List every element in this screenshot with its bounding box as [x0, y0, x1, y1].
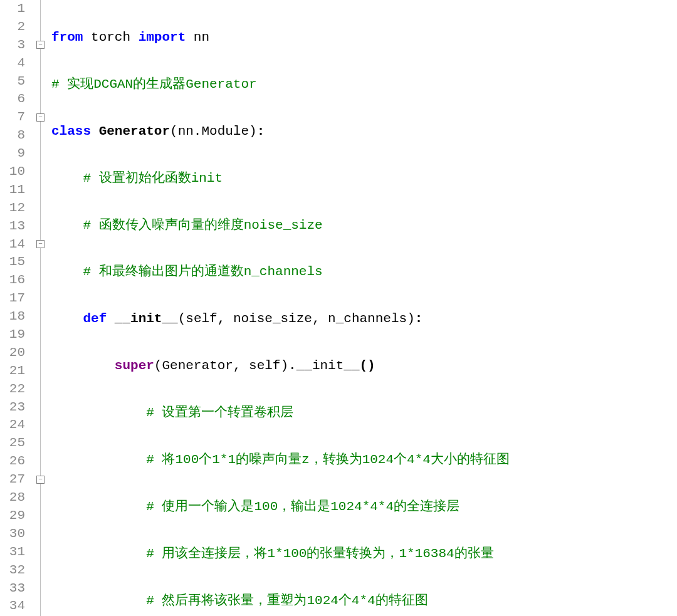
function-name: __init__ [115, 311, 178, 326]
line-number: 32 [0, 561, 25, 580]
fold-column: − − − − [33, 0, 50, 616]
code-area[interactable]: from torch import nn # 实现DCGAN的生成器Genera… [50, 0, 677, 616]
comment: # 和最终输出图片的通道数n_channels [83, 264, 322, 279]
line-number: 14 [0, 236, 25, 254]
comment: # 使用一个输入是100，输出是1024*4*4的全连接层 [146, 499, 459, 514]
line-number: 31 [0, 543, 25, 561]
code-line[interactable]: # 使用一个输入是100，输出是1024*4*4的全连接层 [51, 498, 677, 516]
class-name: Generator [99, 124, 170, 138]
code-line[interactable]: # 设置第一个转置卷积层 [51, 404, 677, 422]
line-number: 4 [0, 55, 25, 73]
import-target: nn [186, 30, 209, 44]
comment: # 函数传入噪声向量的维度noise_size [83, 218, 322, 232]
comment: # 实现DCGAN的生成器Generator [51, 77, 257, 91]
line-number: 16 [0, 271, 25, 290]
line-number: 11 [0, 181, 25, 199]
fold-guide-line [40, 0, 41, 616]
code-line[interactable]: # 函数传入噪声向量的维度noise_size [51, 217, 677, 235]
fold-toggle-icon[interactable]: − [36, 41, 45, 49]
line-number: 30 [0, 525, 25, 543]
line-number: 6 [0, 90, 25, 108]
comment: # 然后再将该张量，重塑为1024个4*4的特征图 [146, 593, 428, 608]
line-number: 5 [0, 73, 25, 91]
line-number: 34 [0, 597, 25, 615]
base-class: (nn.Module) [170, 124, 257, 138]
keyword-class: class [51, 124, 91, 138]
code-line[interactable]: super(Generator, self).__init__() [51, 357, 677, 375]
line-number: 18 [0, 308, 25, 326]
keyword-import: import [139, 30, 186, 44]
line-number: 12 [0, 199, 25, 217]
comment: # 用该全连接层，将1*100的张量转换为，1*16384的张量 [146, 546, 493, 561]
line-number: 17 [0, 290, 25, 308]
keyword-def: def [83, 311, 107, 326]
line-number: 20 [0, 344, 25, 362]
line-number: 9 [0, 145, 25, 163]
fold-toggle-icon[interactable]: − [36, 476, 45, 484]
code-line[interactable]: # 和最终输出图片的通道数n_channels [51, 263, 677, 281]
line-number: 10 [0, 163, 25, 181]
comment: # 将100个1*1的噪声向量z，转换为1024个4*4大小的特征图 [146, 452, 510, 467]
line-number-gutter: 1 2 3 4 5 6 7 8 9 10 11 12 13 14 15 16 1… [0, 0, 33, 616]
line-number: 24 [0, 416, 25, 434]
code-line[interactable]: # 实现DCGAN的生成器Generator [51, 76, 677, 94]
line-number: 29 [0, 507, 25, 525]
code-editor[interactable]: 1 2 3 4 5 6 7 8 9 10 11 12 13 14 15 16 1… [0, 0, 677, 616]
line-number: 22 [0, 380, 25, 399]
line-number: 1 [0, 0, 25, 18]
code-line[interactable]: from torch import nn [51, 29, 677, 47]
comment: # 设置第一个转置卷积层 [146, 405, 293, 420]
line-number: 13 [0, 217, 25, 236]
line-number: 8 [0, 127, 25, 145]
keyword-super: super [115, 358, 154, 373]
line-number: 19 [0, 326, 25, 344]
line-number: 21 [0, 362, 25, 380]
line-number: 15 [0, 253, 25, 271]
line-number: 33 [0, 580, 25, 598]
comment: # 设置初始化函数init [83, 171, 223, 185]
code-line[interactable]: # 用该全连接层，将1*100的张量转换为，1*16384的张量 [51, 545, 677, 563]
code-line[interactable]: # 设置初始化函数init [51, 170, 677, 188]
line-number: 2 [0, 18, 25, 36]
line-number: 28 [0, 489, 25, 507]
code-line[interactable]: class Generator(nn.Module): [51, 123, 677, 141]
code-line[interactable]: def __init__(self, noise_size, n_channel… [51, 310, 677, 328]
code-line[interactable]: # 然后再将该张量，重塑为1024个4*4的特征图 [51, 592, 677, 610]
module-name: torch [83, 30, 138, 44]
code-line[interactable]: # 将100个1*1的噪声向量z，转换为1024个4*4大小的特征图 [51, 451, 677, 469]
line-number: 26 [0, 452, 25, 471]
fold-toggle-icon[interactable]: − [36, 113, 45, 122]
line-number: 7 [0, 108, 25, 127]
keyword-from: from [51, 30, 83, 44]
line-number: 23 [0, 399, 25, 417]
fold-toggle-icon[interactable]: − [36, 240, 45, 248]
line-number: 25 [0, 434, 25, 452]
line-number: 3 [0, 36, 25, 55]
function-args: (self, noise_size, n_channels) [178, 311, 415, 326]
line-number: 27 [0, 471, 25, 489]
